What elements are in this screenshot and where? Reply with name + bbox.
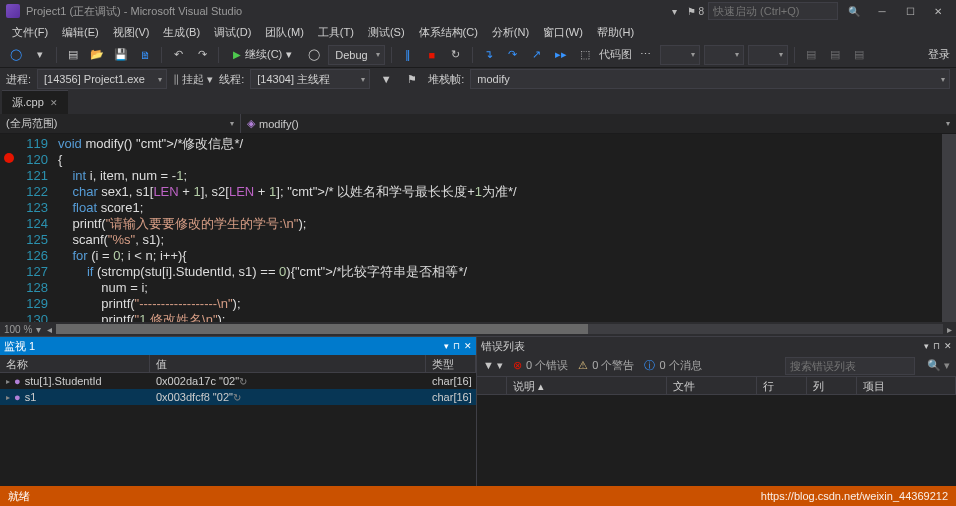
messages-filter[interactable]: ⓘ0 个消息	[644, 358, 701, 373]
zoom-dropdown[interactable]: 100 %	[4, 324, 32, 335]
editor-bottom-bar: 100 % ▾ ◂ ▸	[0, 322, 956, 336]
uncomment-icon[interactable]: ▤	[825, 45, 845, 65]
tab-strip: 源.cpp ✕	[0, 90, 956, 114]
run-to-icon[interactable]: ▸▸	[551, 45, 571, 65]
pause-icon[interactable]: ‖	[398, 45, 418, 65]
menu-item[interactable]: 编辑(E)	[56, 23, 105, 42]
panel-pin-icon[interactable]: ⊓	[933, 341, 940, 351]
debug-toolbar: 进程: [14356] Project1.exe ‖ 挂起 ▾ 线程: [143…	[0, 68, 956, 90]
open-icon[interactable]: 📂	[87, 45, 107, 65]
config-dropdown[interactable]: Debug	[328, 45, 384, 65]
panel-pin-icon[interactable]: ⊓	[453, 341, 460, 351]
watch-row-empty[interactable]	[0, 405, 476, 421]
error-list-toolbar: ▼ ▾ ⊗0 个错误 ⚠0 个警告 ⓘ0 个消息 🔍 ▾	[477, 355, 956, 377]
process-label: 进程:	[6, 72, 31, 87]
codemap-icon[interactable]: ⬚	[575, 45, 595, 65]
scope-dropdown[interactable]: (全局范围)	[0, 114, 240, 133]
process-dropdown[interactable]: [14356] Project1.exe	[37, 69, 167, 89]
menu-item[interactable]: 视图(V)	[107, 23, 156, 42]
status-text: 就绪	[8, 489, 30, 504]
login-link[interactable]: 登录	[928, 47, 950, 62]
bookmark-icon[interactable]: ▤	[849, 45, 869, 65]
menu-item[interactable]: 文件(F)	[6, 23, 54, 42]
watch-columns: 名称 值 类型	[0, 355, 476, 373]
stop-icon[interactable]: ■	[422, 45, 442, 65]
play-icon: ▶	[233, 49, 241, 60]
flag-icon[interactable]: ⚑	[402, 69, 422, 89]
thread-label: 线程:	[219, 72, 244, 87]
horizontal-scrollbar[interactable]	[56, 324, 943, 334]
menu-item[interactable]: 测试(S)	[362, 23, 411, 42]
tool-drop-3[interactable]	[748, 45, 788, 65]
thread-dropdown[interactable]: [14304] 主线程	[250, 69, 370, 89]
func-dropdown[interactable]: ◈ modify()	[240, 114, 956, 133]
maximize-button[interactable]: ☐	[898, 2, 922, 20]
menu-item[interactable]: 团队(M)	[259, 23, 310, 42]
continue-button[interactable]: ▶ 继续(C) ▾	[225, 45, 300, 65]
step-over-icon[interactable]: ↷	[503, 45, 523, 65]
menu-item[interactable]: 工具(T)	[312, 23, 360, 42]
vertical-scrollbar[interactable]	[942, 134, 956, 322]
watch-panel: 监视 1 ▾⊓✕ 名称 值 类型 ▸● stu[1].StudentId0x00…	[0, 337, 477, 486]
menubar: 文件(F)编辑(E)视图(V)生成(B)调试(D)团队(M)工具(T)测试(S)…	[0, 22, 956, 42]
panel-dropdown-icon[interactable]: ▾	[924, 341, 929, 351]
suspend-button[interactable]: ‖ 挂起 ▾	[173, 69, 213, 89]
codemap-label: 代码图	[599, 47, 632, 62]
notifications-button[interactable]: ▾ ⚑8	[672, 6, 704, 17]
save-all-icon[interactable]: 🗎	[135, 45, 155, 65]
more-icon[interactable]: ⋯	[636, 45, 656, 65]
comment-icon[interactable]: ▤	[801, 45, 821, 65]
tab-source[interactable]: 源.cpp ✕	[2, 90, 68, 114]
step-out-icon[interactable]: ↗	[527, 45, 547, 65]
stackframe-dropdown[interactable]: modify	[470, 69, 950, 89]
filter-funnel-icon[interactable]: ▼ ▾	[483, 356, 503, 376]
vs-logo-icon	[6, 4, 20, 18]
menu-item[interactable]: 帮助(H)	[591, 23, 640, 42]
window-title: Project1 (正在调试) - Microsoft Visual Studi…	[26, 4, 242, 19]
undo-icon[interactable]: ↶	[168, 45, 188, 65]
search-icon[interactable]: 🔍	[842, 2, 866, 20]
menu-item[interactable]: 调试(D)	[208, 23, 257, 42]
nav-fwd-icon[interactable]: ▾	[30, 45, 50, 65]
editor-navbar: (全局范围) ◈ modify()	[0, 114, 956, 134]
bottom-panels: 监视 1 ▾⊓✕ 名称 值 类型 ▸● stu[1].StudentId0x00…	[0, 336, 956, 486]
watch-panel-header[interactable]: 监视 1 ▾⊓✕	[0, 337, 476, 355]
function-icon: ◈	[247, 117, 255, 130]
minimize-button[interactable]: ─	[870, 2, 894, 20]
menu-item[interactable]: 分析(N)	[486, 23, 535, 42]
error-search-input[interactable]	[785, 357, 915, 375]
break-icon[interactable]: ◯	[304, 45, 324, 65]
restart-icon[interactable]: ↻	[446, 45, 466, 65]
panel-close-icon[interactable]: ✕	[464, 341, 472, 351]
error-list-panel: 错误列表 ▾⊓✕ ▼ ▾ ⊗0 个错误 ⚠0 个警告 ⓘ0 个消息 🔍 ▾ 说明…	[477, 337, 956, 486]
watch-row[interactable]: ▸● s10x003dfcf8 "02"↻char[16]	[0, 389, 476, 405]
menu-item[interactable]: 生成(B)	[157, 23, 206, 42]
menu-item[interactable]: 窗口(W)	[537, 23, 589, 42]
tool-drop-1[interactable]	[660, 45, 700, 65]
tool-drop-2[interactable]	[704, 45, 744, 65]
panel-dropdown-icon[interactable]: ▾	[444, 341, 449, 351]
warnings-filter[interactable]: ⚠0 个警告	[578, 358, 634, 373]
watch-row[interactable]: ▸● stu[1].StudentId0x002da17c "02"↻char[…	[0, 373, 476, 389]
step-into-icon[interactable]: ↴	[479, 45, 499, 65]
main-toolbar: ◯ ▾ ▤ 📂 💾 🗎 ↶ ↷ ▶ 继续(C) ▾ ◯ Debug ‖ ■ ↻ …	[0, 42, 956, 68]
menu-item[interactable]: 体系结构(C)	[413, 23, 484, 42]
tab-close-icon[interactable]: ✕	[50, 98, 58, 108]
close-button[interactable]: ✕	[926, 2, 950, 20]
redo-icon[interactable]: ↷	[192, 45, 212, 65]
error-columns: 说明 ▴ 文件 行 列 项目	[477, 377, 956, 395]
statusbar: 就绪 https://blog.csdn.net/weixin_44369212	[0, 486, 956, 506]
error-list-header[interactable]: 错误列表 ▾⊓✕	[477, 337, 956, 355]
new-icon[interactable]: ▤	[63, 45, 83, 65]
code-editor[interactable]: 1191201211221231241251261271281291301311…	[0, 134, 956, 322]
errors-filter[interactable]: ⊗0 个错误	[513, 358, 568, 373]
breakpoint-icon[interactable]	[4, 153, 14, 163]
filter-icon[interactable]: ▼	[376, 69, 396, 89]
save-icon[interactable]: 💾	[111, 45, 131, 65]
nav-back-icon[interactable]: ◯	[6, 45, 26, 65]
watermark-text: https://blog.csdn.net/weixin_44369212	[761, 490, 948, 502]
quick-launch-input[interactable]	[708, 2, 838, 20]
panel-close-icon[interactable]: ✕	[944, 341, 952, 351]
titlebar: Project1 (正在调试) - Microsoft Visual Studi…	[0, 0, 956, 22]
stackframe-label: 堆栈帧:	[428, 72, 464, 87]
